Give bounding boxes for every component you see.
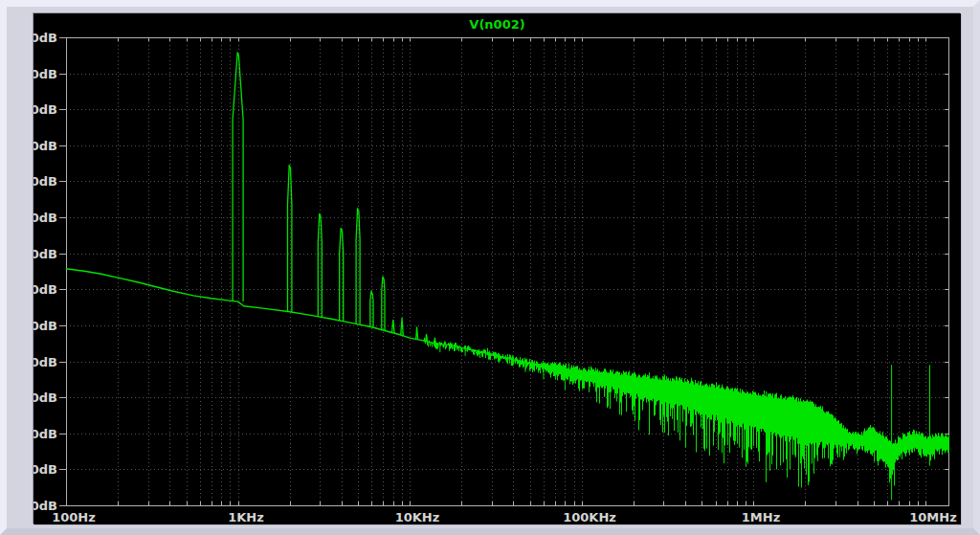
x-tick-label: 10MHz (909, 510, 956, 524)
x-axis-labels[interactable]: 100Hz1KHz10KHz100KHz1MHz10MHz (52, 510, 957, 524)
fft-trace-noise-band (424, 338, 949, 488)
y-tick-label: -120dB (33, 282, 57, 297)
plot-window-frame: V(n002) 20dB0dB-20dB-40dB-60dB-80dB-100d… (0, 0, 980, 535)
y-tick-label: -220dB (33, 462, 57, 477)
plot-panel[interactable]: V(n002) 20dB0dB-20dB-40dB-60dB-80dB-100d… (33, 13, 961, 524)
y-tick-label: -180dB (33, 390, 57, 405)
y-tick-label: 20dB (33, 31, 57, 45)
y-tick-label: -200dB (33, 427, 57, 441)
x-tick-label: 100KHz (563, 510, 616, 524)
y-tick-label: -140dB (33, 319, 57, 333)
x-tick-label: 1MHz (742, 510, 780, 524)
x-tick-label: 100Hz (52, 510, 96, 524)
y-axis-labels[interactable]: 20dB0dB-20dB-40dB-60dB-80dB-100dB-120dB-… (33, 31, 57, 513)
plot-area[interactable]: 20dB0dB-20dB-40dB-60dB-80dB-100dB-120dB-… (33, 13, 961, 524)
y-tick-label: -20dB (33, 102, 57, 117)
y-tick-label: -100dB (33, 247, 57, 261)
y-tick-label: 0dB (33, 67, 57, 81)
y-tick-label: -60dB (33, 174, 57, 189)
x-tick-label: 1KHz (228, 510, 264, 524)
fft-trace-peaks (233, 53, 518, 361)
y-tick-label: -40dB (33, 139, 57, 153)
x-tick-label: 10KHz (395, 510, 440, 524)
y-tick-label: -80dB (33, 211, 57, 225)
y-tick-label: -160dB (33, 355, 57, 369)
